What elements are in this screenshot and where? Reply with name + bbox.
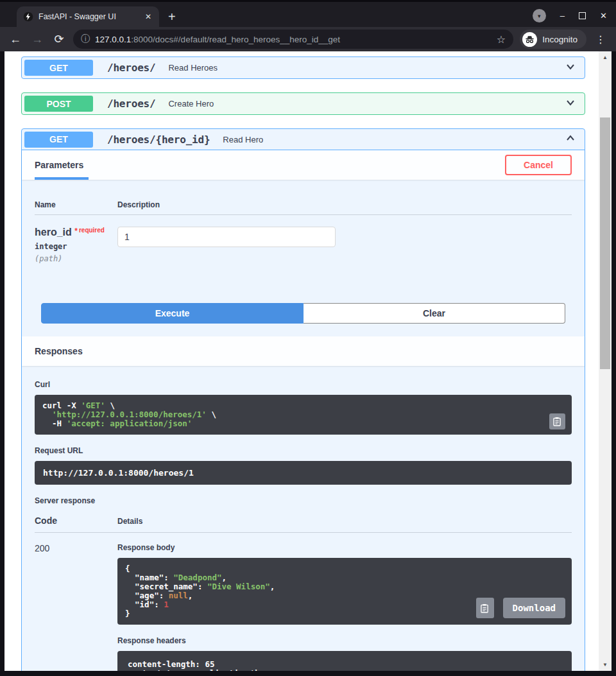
endpoint-summary: Read Heroes <box>168 63 218 73</box>
minimize-button[interactable]: – <box>560 12 565 20</box>
opblock-post-heroes: POST /heroes/ Create Hero <box>21 92 585 115</box>
window-controls: ▾ – ✕ <box>533 9 607 22</box>
parameters-column-headers: Name Description <box>35 200 572 215</box>
curl-command-block: curl -X 'GET' \ 'http://127.0.0.1:8000/h… <box>35 395 572 435</box>
required-asterisk: * <box>74 227 78 236</box>
response-headers-block: content-length: 65content-type: applicat… <box>117 651 572 671</box>
opblock-get-heroes: GET /heroes/ Read Heroes <box>21 56 585 79</box>
tab-strip: FastAPI - Swagger UI ✕ + ▾ – ✕ <box>0 0 616 27</box>
server-response-row: 200 Response body { "name": "Deadpond", … <box>35 533 572 671</box>
code-line: 'http://127.0.0.1:8000/heroes/1' \ <box>42 410 564 419</box>
column-description: Description <box>117 200 160 209</box>
page-info-icon[interactable]: ⓘ <box>81 33 90 45</box>
code-line: "name": "Deadpond", <box>125 573 564 582</box>
parameter-type: integer <box>35 242 117 251</box>
tab-close-icon[interactable]: ✕ <box>144 12 153 21</box>
opblock-summary-get-hero-by-id[interactable]: GET /heroes/{hero_id} Read Hero <box>22 129 585 150</box>
endpoint-path: /heroes/{hero_id} <box>107 134 210 146</box>
hero-id-input[interactable] <box>117 227 336 247</box>
method-badge-get: GET <box>24 132 93 148</box>
code-line: curl -X 'GET' \ <box>42 401 564 410</box>
incognito-icon <box>522 32 537 47</box>
copy-curl-button[interactable] <box>549 413 565 429</box>
column-details: Details <box>117 517 142 526</box>
scrollbar-thumb[interactable] <box>600 117 610 369</box>
parameter-name-text: hero_id <box>35 227 72 238</box>
chevron-down-icon[interactable] <box>564 60 577 76</box>
address-bar[interactable]: ⓘ 127.0.0.1:8000/docs#/default/read_hero… <box>73 30 513 49</box>
responses-section-header: Responses <box>22 336 585 366</box>
code-line: content-length: 65 <box>128 660 561 669</box>
url-path: :8000/docs#/default/read_hero_heroes__he… <box>131 35 340 44</box>
responses-title: Responses <box>35 346 83 356</box>
incognito-badge: Incognito <box>520 30 586 49</box>
endpoint-path: /heroes/ <box>107 62 155 74</box>
url-host: 127.0.0.1 <box>95 35 131 44</box>
execute-button[interactable]: Execute <box>41 303 304 324</box>
back-button[interactable]: ← <box>8 33 23 46</box>
tab-search-button[interactable]: ▾ <box>533 9 546 22</box>
required-label: required <box>79 227 105 234</box>
scrollbar-down-icon[interactable]: ▼ <box>599 662 612 668</box>
parameter-location: (path) <box>35 254 117 263</box>
opblock-summary-get-heroes[interactable]: GET /heroes/ Read Heroes <box>22 57 585 78</box>
copy-response-button[interactable] <box>476 598 494 618</box>
incognito-label: Incognito <box>542 35 578 44</box>
endpoint-summary: Read Hero <box>223 135 263 144</box>
status-code: 200 <box>35 543 117 671</box>
swagger-page: GET /heroes/ Read Heroes POST /heroes/ C… <box>4 51 599 671</box>
curl-label: Curl <box>35 380 572 389</box>
parameter-row: hero_id *required integer (path) <box>35 215 572 263</box>
response-body-label: Response body <box>117 543 572 552</box>
code-line: -H 'accept: application/json' <box>42 419 564 428</box>
parameters-table: Name Description hero_id *required integ… <box>22 180 585 263</box>
cancel-button[interactable]: Cancel <box>505 155 572 175</box>
column-name: Name <box>35 200 117 209</box>
response-details: Response body { "name": "Deadpond", "sec… <box>117 543 572 671</box>
parameter-name: hero_id *required <box>35 227 117 238</box>
execute-row: Execute Clear <box>22 303 585 324</box>
response-body-block: { "name": "Deadpond", "secret_name": "Di… <box>117 558 572 625</box>
parameter-meta: hero_id *required integer (path) <box>35 227 117 263</box>
code-line: { <box>125 564 564 573</box>
response-column-headers: Code Details <box>35 516 572 533</box>
code-line: content-type: application/json <box>128 669 561 672</box>
reload-button[interactable]: ⟳ <box>51 32 67 46</box>
column-code: Code <box>35 516 117 526</box>
maximize-button[interactable] <box>579 12 586 19</box>
download-button[interactable]: Download <box>503 598 565 618</box>
responses-area: Curl curl -X 'GET' \ 'http://127.0.0.1:8… <box>22 366 585 671</box>
request-url-value: http://127.0.0.1:8000/heroes/1 <box>35 461 572 485</box>
new-tab-button[interactable]: + <box>168 10 176 23</box>
endpoint-path: /heroes/ <box>107 98 155 110</box>
viewport: GET /heroes/ Read Heroes POST /heroes/ C… <box>0 51 616 676</box>
browser-toolbar: ← → ⟳ ⓘ 127.0.0.1:8000/docs#/default/rea… <box>0 27 616 51</box>
page-scrollbar[interactable]: ▲ ▼ <box>599 51 612 671</box>
server-response-label: Server response <box>35 496 572 505</box>
scrollbar-up-icon[interactable]: ▲ <box>599 55 612 60</box>
method-badge-get: GET <box>24 60 93 76</box>
browser-window: FastAPI - Swagger UI ✕ + ▾ – ✕ ← → ⟳ ⓘ 1… <box>0 0 616 676</box>
method-badge-post: POST <box>24 96 93 112</box>
code-line: "secret_name": "Dive Wilson", <box>125 582 564 591</box>
forward-button[interactable]: → <box>30 33 45 46</box>
opblock-get-hero-by-id: GET /heroes/{hero_id} Read Hero Paramete… <box>21 128 585 671</box>
response-body-actions: Download <box>476 598 565 618</box>
close-button[interactable]: ✕ <box>600 12 607 20</box>
tab-parameters[interactable]: Parameters <box>35 150 89 180</box>
url-text[interactable]: 127.0.0.1:8000/docs#/default/read_hero_h… <box>95 35 492 44</box>
request-url-label: Request URL <box>35 446 572 455</box>
fastapi-favicon-icon <box>23 12 33 22</box>
browser-menu-icon[interactable]: ⋮ <box>593 33 608 46</box>
opblock-summary-post-heroes[interactable]: POST /heroes/ Create Hero <box>22 93 585 114</box>
clear-button[interactable]: Clear <box>304 303 565 324</box>
parameters-header: Parameters Cancel <box>22 150 585 180</box>
bookmark-star-icon[interactable]: ☆ <box>497 33 506 46</box>
browser-tab[interactable]: FastAPI - Swagger UI ✕ <box>17 6 159 27</box>
response-headers-label: Response headers <box>117 636 572 645</box>
chevron-up-icon[interactable] <box>564 132 577 147</box>
endpoint-summary: Create Hero <box>168 99 214 108</box>
chevron-down-icon[interactable] <box>564 96 577 112</box>
tab-title: FastAPI - Swagger UI <box>38 12 139 21</box>
parameter-value-cell <box>117 227 336 263</box>
